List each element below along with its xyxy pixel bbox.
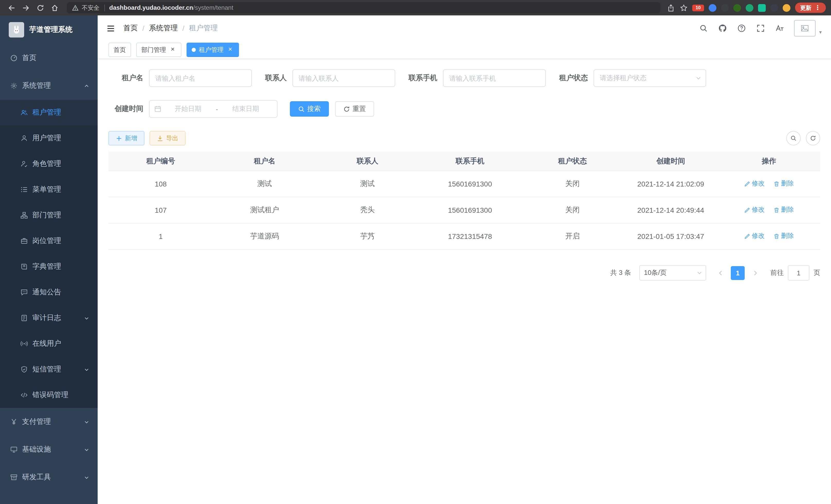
browser-toolbar: 不安全 dashboard.yudao.iocoder.cn /system/t… <box>0 0 831 16</box>
page-size-select[interactable]: 10条/页 <box>639 265 706 280</box>
star-icon <box>680 4 687 11</box>
end-date-placeholder[interactable]: 结束日期 <box>219 104 273 114</box>
table-row: 108 测试 测试 15601691300 关闭 2021-12-14 21:0… <box>109 171 820 197</box>
sidebar-item-error-code[interactable]: 错误码管理 <box>0 382 98 408</box>
sidebar-item-online-user[interactable]: 在线用户 <box>0 331 98 357</box>
extension-icon-3[interactable] <box>733 4 741 11</box>
edit-link[interactable]: 修改 <box>744 232 765 241</box>
sidebar-item-dept[interactable]: 部门管理 <box>0 202 98 228</box>
column-contact[interactable]: 联系人 <box>316 152 419 171</box>
next-page-button[interactable] <box>748 266 762 280</box>
close-icon[interactable]: × <box>227 46 234 53</box>
pencil-icon <box>744 233 750 239</box>
browser-back-button[interactable] <box>5 2 18 14</box>
hamburger-icon <box>106 24 115 33</box>
sidebar-item-post[interactable]: 岗位管理 <box>0 228 98 254</box>
help-button[interactable] <box>737 24 746 33</box>
extension-icon-5[interactable] <box>758 4 766 11</box>
contact-input[interactable] <box>292 69 395 87</box>
column-phone[interactable]: 联系手机 <box>419 152 521 171</box>
profile-avatar[interactable] <box>783 4 791 11</box>
column-tenant-id[interactable]: 租户编号 <box>109 152 213 171</box>
tab-tenant[interactable]: 租户管理 × <box>187 42 239 57</box>
extension-icon-2[interactable] <box>721 4 729 11</box>
browser-home-button[interactable] <box>48 2 61 14</box>
column-status[interactable]: 租户状态 <box>521 152 624 171</box>
delete-link[interactable]: 删除 <box>773 180 794 188</box>
tenant-table: 租户编号 租户名 联系人 联系手机 租户状态 创建时间 操作 108 测试 <box>109 152 820 250</box>
search-icon <box>699 24 708 32</box>
column-tenant-name[interactable]: 租户名 <box>213 152 316 171</box>
sidebar-item-audit-log[interactable]: 审计日志 <box>0 305 98 331</box>
table-toolbar: 新增 导出 <box>109 131 820 145</box>
browser-forward-button[interactable] <box>20 2 32 14</box>
font-size-button[interactable] <box>775 24 784 33</box>
pagination-total: 共 3 条 <box>610 268 631 277</box>
menu-kebab-icon[interactable]: ⋮ <box>814 5 821 11</box>
date-range-picker[interactable]: 开始日期 - 结束日期 <box>149 100 278 118</box>
chevron-down-icon <box>695 75 701 81</box>
caret-down-icon[interactable]: ▾ <box>819 29 822 36</box>
pencil-icon <box>744 181 750 187</box>
tab-home[interactable]: 首页 <box>109 42 131 57</box>
extension-icon-4[interactable] <box>746 4 753 11</box>
page-number-1[interactable]: 1 <box>731 266 745 280</box>
search-button[interactable]: 搜索 <box>290 101 329 117</box>
table-row: 1 芋道源码 芋艿 17321315478 开启 2021-01-05 17:0… <box>109 223 820 249</box>
extension-icon-6[interactable] <box>770 4 778 11</box>
refresh-button[interactable] <box>806 131 820 145</box>
reset-button[interactable]: 重置 <box>335 101 374 117</box>
close-icon[interactable]: × <box>169 46 176 53</box>
yen-icon <box>10 418 18 425</box>
table-row: 107 测试租户 秃头 15601691300 关闭 2021-12-14 20… <box>109 197 820 223</box>
sidebar-item-sms[interactable]: 短信管理 <box>0 357 98 382</box>
extension-icon-1[interactable] <box>709 4 716 11</box>
breadcrumb-system[interactable]: 系统管理 <box>149 24 178 33</box>
delete-link[interactable]: 删除 <box>773 206 794 214</box>
delete-link[interactable]: 删除 <box>773 232 794 241</box>
sidebar-item-payment[interactable]: 支付管理 <box>0 408 98 436</box>
edit-link[interactable]: 修改 <box>744 206 765 214</box>
sidebar-item-system[interactable]: 系统管理 <box>0 72 98 100</box>
avatar[interactable] <box>794 20 815 36</box>
sidebar-item-dev-tools[interactable]: 研发工具 <box>0 464 98 491</box>
sidebar-item-dict[interactable]: 字典管理 <box>0 254 98 279</box>
browser-reload-button[interactable] <box>34 2 46 14</box>
tenant-name-input[interactable] <box>149 69 252 87</box>
search-toggle-button[interactable] <box>786 131 801 145</box>
sidebar-item-infra[interactable]: 基础设施 <box>0 436 98 464</box>
phone-input[interactable] <box>443 69 546 87</box>
sidebar-toggle-button[interactable] <box>98 16 123 41</box>
sidebar-item-user[interactable]: 用户管理 <box>0 125 98 151</box>
github-button[interactable] <box>718 24 727 33</box>
extension-badge[interactable]: 10 <box>692 4 704 11</box>
tab-dept[interactable]: 部门管理 × <box>136 42 181 57</box>
status-select[interactable]: 请选择租户状态 <box>594 69 706 87</box>
divider <box>104 4 105 11</box>
forward-icon <box>22 4 30 11</box>
sidebar-item-menu[interactable]: 菜单管理 <box>0 177 98 202</box>
breadcrumb-home[interactable]: 首页 <box>123 24 138 33</box>
system-submenu: 租户管理 用户管理 角色管理 菜单管理 部门管理 <box>0 100 98 408</box>
sidebar-item-tenant[interactable]: 租户管理 <box>0 100 98 125</box>
sidebar-item-notice[interactable]: 通知公告 <box>0 279 98 305</box>
app-logo[interactable]: 芋道管理系统 <box>0 16 98 44</box>
address-bar[interactable]: 不安全 dashboard.yudao.iocoder.cn /system/t… <box>67 2 660 13</box>
export-button[interactable]: 导出 <box>149 131 185 145</box>
goto-page-input[interactable] <box>788 265 809 280</box>
chevron-down-icon <box>84 366 89 372</box>
sidebar-item-home[interactable]: 首页 <box>0 44 98 72</box>
prev-page-button[interactable] <box>713 266 728 280</box>
add-button[interactable]: 新增 <box>109 131 144 145</box>
share-button[interactable] <box>666 4 675 12</box>
column-created[interactable]: 创建时间 <box>624 152 718 171</box>
header-search-button[interactable] <box>699 24 708 33</box>
plus-icon <box>116 135 122 142</box>
start-date-placeholder[interactable]: 开始日期 <box>161 104 215 114</box>
edit-link[interactable]: 修改 <box>744 180 765 188</box>
sidebar-item-role[interactable]: 角色管理 <box>0 151 98 177</box>
bookmark-button[interactable] <box>679 4 688 12</box>
fullscreen-button[interactable] <box>756 24 765 33</box>
browser-update-button[interactable]: 更新 ⋮ <box>795 3 826 13</box>
gear-icon <box>10 82 18 89</box>
